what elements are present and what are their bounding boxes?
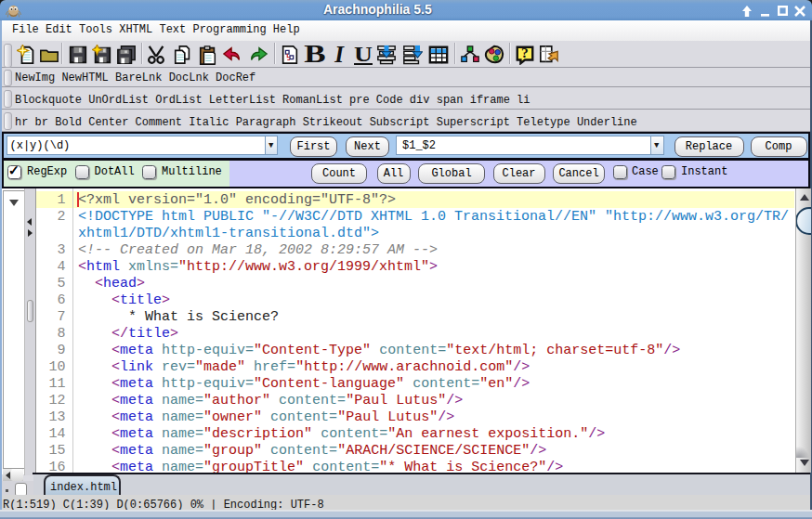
svg-text:?: ? xyxy=(521,45,529,60)
